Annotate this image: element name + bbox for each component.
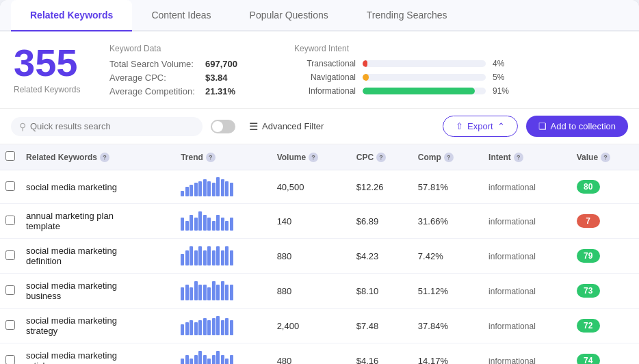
cpc-cell: $4.16 (351, 343, 413, 365)
trend-bar (181, 191, 184, 196)
trend-bar (190, 215, 193, 231)
trend-cell (175, 170, 271, 204)
cpc-cell: $7.48 (351, 309, 413, 343)
search-box[interactable]: ⚲ (11, 117, 203, 136)
trend-bar (216, 246, 220, 265)
trend-bars (181, 246, 265, 265)
row-checkbox[interactable] (5, 285, 15, 295)
value-badge: 73 (577, 284, 600, 298)
table-row: social media marketingarticles 480 $4.16… (0, 343, 639, 365)
table-wrap: Related Keywords ? Trend ? Volume (0, 144, 639, 364)
filter-icon: ☰ (249, 120, 258, 133)
intent-cell: informational (483, 309, 571, 343)
header-checkbox-col (0, 144, 21, 170)
intent-bar-bg (363, 74, 486, 81)
intent-cell: informational (483, 239, 571, 274)
keyword-cell: annual marketing plantemplate (21, 204, 175, 239)
trend-bar (207, 218, 211, 231)
intent-pct: 4% (493, 59, 513, 68)
trend-bar (230, 355, 233, 364)
value-cell: 74 (571, 343, 639, 365)
intent-rows: Transactional 4% Navigational 5% Informa… (294, 59, 625, 96)
trend-bar (198, 285, 202, 300)
trend-bar (198, 181, 202, 196)
trend-bar (207, 359, 211, 364)
trend-bar (203, 250, 207, 265)
trend-bar (185, 187, 189, 196)
trend-bar (230, 250, 233, 265)
trend-bar (181, 254, 184, 265)
trend-bars (181, 316, 265, 335)
intent-text: informational (488, 183, 536, 192)
add-collection-label: Add to collection (551, 121, 616, 131)
value-badge: 7 (577, 214, 600, 228)
intent-pct: 5% (493, 73, 513, 82)
row-checkbox[interactable] (5, 216, 15, 225)
trend-bar (181, 324, 184, 335)
trend-bar (207, 287, 211, 300)
trend-bar (194, 355, 198, 364)
advanced-filter-label: Advanced Filter (262, 121, 324, 131)
tab-trending-searches[interactable]: Trending Searches (348, 0, 467, 31)
value-cell: 73 (571, 274, 639, 309)
trend-bar (181, 218, 184, 231)
trend-bar (230, 285, 233, 300)
cpc-cell: $12.26 (351, 170, 413, 204)
search-input[interactable] (30, 121, 194, 131)
row-checkbox[interactable] (5, 320, 15, 330)
select-all-checkbox[interactable] (5, 151, 15, 161)
add-to-collection-button[interactable]: ❏ Add to collection (526, 116, 628, 137)
volume-cell: 880 (272, 239, 351, 274)
comp-cell: 57.81% (413, 170, 483, 204)
trend-bars (181, 177, 265, 196)
intent-bar (363, 60, 367, 67)
comp-cell: 51.12% (413, 274, 483, 309)
tab-popular-questions[interactable]: Popular Questions (231, 0, 348, 31)
value-cell: 80 (571, 170, 639, 204)
trend-bar (194, 183, 198, 196)
trend-bar (181, 359, 184, 364)
trend-bar (185, 322, 189, 335)
export-button[interactable]: ⇧ Export ⌃ (443, 116, 518, 137)
row-checkbox[interactable] (5, 250, 15, 260)
keyword-name: social media marketingarticles (26, 350, 117, 364)
filter-toggle[interactable] (211, 120, 235, 133)
tab-content-ideas[interactable]: Content Ideas (132, 0, 230, 31)
table-row: social media marketingdefinition 880 $4.… (0, 239, 639, 274)
trend-bar (225, 285, 229, 300)
trend-cell (175, 274, 271, 309)
question-icon: ? (100, 153, 109, 162)
trend-bar (194, 218, 198, 231)
table-row: social media marketingbusiness 880 $8.10… (0, 274, 639, 309)
advanced-filter-button[interactable]: ☰ Advanced Filter (244, 118, 329, 135)
table-row: social media marketing 40,500 $12.26 57.… (0, 170, 639, 204)
row-checkbox[interactable] (5, 355, 15, 365)
trend-bar (185, 285, 189, 300)
value-badge: 74 (577, 354, 600, 364)
avg-comp-value: 21.31% (205, 86, 235, 96)
trend-bar (203, 355, 207, 364)
keyword-cell: social media marketingstrategy (21, 309, 175, 343)
trend-bar (230, 218, 233, 231)
trend-bar (221, 281, 224, 300)
intent-row-0: Transactional 4% (294, 59, 625, 68)
trend-bar (207, 246, 211, 265)
question-icon: ? (444, 153, 454, 162)
avg-comp-row: Average Competition: 21.31% (109, 86, 274, 96)
tab-related-keywords[interactable]: Related Keywords (11, 0, 132, 31)
trend-bar (207, 181, 211, 196)
row-checkbox[interactable] (5, 181, 15, 191)
comp-cell: 37.84% (413, 309, 483, 343)
trend-bar (230, 183, 233, 196)
header-cpc: CPC ? (351, 144, 413, 170)
trend-bar (185, 250, 189, 265)
header-related-keywords: Related Keywords ? (21, 144, 175, 170)
intent-row-2: Informational 91% (294, 86, 625, 96)
intent-cell: informational (483, 204, 571, 239)
trend-cell (175, 239, 271, 274)
volume-cell: 480 (272, 343, 351, 365)
trend-bar (190, 320, 193, 335)
intent-cell: informational (483, 343, 571, 365)
intent-label: Navigational (294, 73, 356, 82)
keyword-data-block: Keyword Data Total Search Volume: 697,70… (109, 44, 274, 100)
